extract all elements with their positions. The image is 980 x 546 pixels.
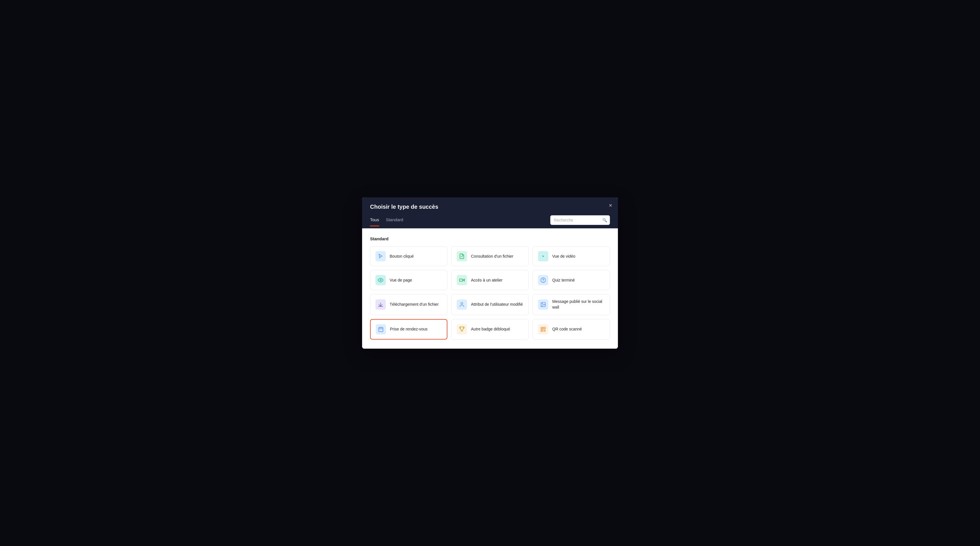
modal-title: Choisir le type de succès bbox=[370, 204, 610, 210]
card-quiz-termine[interactable]: Quiz terminé bbox=[533, 270, 610, 290]
user-edit-icon bbox=[457, 299, 467, 310]
file-icon bbox=[457, 251, 467, 261]
card-vue-video[interactable]: Vue de vidéo bbox=[533, 246, 610, 266]
close-button[interactable]: × bbox=[609, 203, 612, 208]
card-telechargement-fichier[interactable]: Téléchargement d'un fichier bbox=[370, 294, 447, 315]
section-title-standard: Standard bbox=[370, 236, 610, 241]
card-attribut-utilisateur[interactable]: Attribut de l'utilisateur modifié bbox=[451, 294, 529, 315]
card-label: Autre badge débloqué bbox=[471, 326, 510, 332]
card-vue-page[interactable]: Vue de page bbox=[370, 270, 447, 290]
card-label: QR code scanné bbox=[552, 326, 582, 332]
svg-rect-18 bbox=[541, 327, 543, 329]
card-label: Vue de page bbox=[390, 278, 412, 283]
qr-icon bbox=[538, 324, 548, 334]
card-label: Vue de vidéo bbox=[552, 254, 575, 259]
items-grid: Bouton cliqué Consultation d'un fichier bbox=[370, 246, 610, 339]
cursor-icon bbox=[375, 251, 386, 261]
eye-icon bbox=[375, 275, 386, 285]
card-consultation-fichier[interactable]: Consultation d'un fichier bbox=[451, 246, 529, 266]
header-bottom: Tous Standard 🔍 bbox=[370, 215, 610, 228]
card-label: Attribut de l'utilisateur modifié bbox=[471, 302, 523, 307]
svg-point-9 bbox=[461, 303, 463, 305]
svg-rect-19 bbox=[544, 327, 546, 329]
modal-dialog: Choisir le type de succès × Tous Standar… bbox=[362, 197, 618, 348]
card-label: Message publié sur le social wall bbox=[552, 299, 605, 310]
modal-body: Standard Bouton cliqué bbox=[362, 228, 618, 348]
card-bouton-clique[interactable]: Bouton cliqué bbox=[370, 246, 447, 266]
svg-rect-12 bbox=[379, 327, 383, 332]
svg-point-3 bbox=[380, 279, 382, 281]
video-cam-icon bbox=[457, 275, 467, 285]
tabs-container: Tous Standard bbox=[370, 217, 403, 227]
card-label: Bouton cliqué bbox=[390, 254, 414, 259]
image-icon bbox=[538, 299, 548, 310]
search-wrapper: 🔍 bbox=[550, 215, 610, 225]
svg-marker-5 bbox=[463, 279, 465, 281]
card-autre-badge[interactable]: Autre badge débloqué bbox=[451, 319, 529, 340]
download-icon bbox=[375, 299, 386, 310]
card-prise-rendez-vous[interactable]: Prise de rendez-vous bbox=[370, 319, 447, 340]
tab-standard[interactable]: Standard bbox=[386, 217, 403, 227]
svg-rect-20 bbox=[541, 330, 543, 331]
play-icon bbox=[538, 251, 548, 261]
card-label: Consultation d'un fichier bbox=[471, 254, 513, 259]
card-label: Prise de rendez-vous bbox=[390, 326, 428, 332]
card-label: Quiz terminé bbox=[552, 278, 575, 283]
tab-tous[interactable]: Tous bbox=[370, 217, 379, 227]
svg-rect-4 bbox=[460, 279, 463, 281]
card-message-social[interactable]: Message publié sur le social wall bbox=[533, 294, 610, 315]
card-acces-atelier[interactable]: Accès à un atelier bbox=[451, 270, 529, 290]
card-label: Accès à un atelier bbox=[471, 278, 503, 283]
modal-header: Choisir le type de succès × Tous Standar… bbox=[362, 197, 618, 228]
card-qr-code[interactable]: QR code scanné bbox=[533, 319, 610, 340]
trophy-icon bbox=[457, 324, 467, 334]
card-label: Téléchargement d'un fichier bbox=[390, 302, 439, 307]
calendar-icon bbox=[376, 324, 386, 334]
search-icon: 🔍 bbox=[602, 218, 607, 222]
modal-backdrop: Choisir le type de succès × Tous Standar… bbox=[0, 0, 980, 546]
question-icon bbox=[538, 275, 548, 285]
search-input[interactable] bbox=[550, 215, 610, 225]
svg-point-11 bbox=[542, 303, 543, 304]
